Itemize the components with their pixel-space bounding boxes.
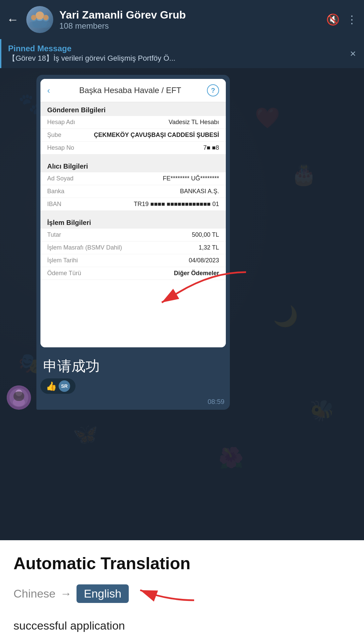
table-row: Tutar 500,00 TL [40,229,226,241]
pinned-label: Pinned Message [8,44,348,53]
translation-result-text: successful application [13,619,351,632]
table-row: Banka BANKASI A.Ş. [40,185,226,198]
hesap-no-label: Hesap No [47,144,74,151]
hesap-adi-label: Hesap Adı [47,119,75,126]
hesap-adi-value: Vadesiz TL Hesabı [169,119,219,126]
table-row: İşlem Masrafı (BSMV Dahil) 1,32 TL [40,241,226,254]
ad-soyad-label: Ad Soyad [47,175,73,182]
odeme-turu-value: Diğer Ödemeler [174,270,219,277]
message-time: 08:59 [36,398,230,410]
svg-point-8 [43,15,49,20]
member-count: 108 members [59,21,320,31]
table-row: İşlem Tarihi 04/08/2023 [40,254,226,267]
banka-label: Banka [47,188,64,195]
receipt-help-icon: ? [207,84,219,96]
section-gap [40,211,226,215]
ad-soyad-value: FE******** UĞ******** [163,175,219,182]
svg-point-7 [31,15,36,20]
svg-point-4 [29,21,38,28]
receipt-card: ‹ Başka Hesaba Havale / EFT ? Gönderen B… [40,79,226,347]
transaction-section-header: İşlem Bilgileri [40,215,226,229]
thumbs-up-emoji: 👍 [46,381,57,392]
header-actions: 🔇 ⋮ [326,13,357,26]
islem-masrafi-label: İşlem Masrafı (BSMV Dahil) [47,244,122,251]
receipt-bottom-space [40,280,226,347]
pinned-content: Pinned Message 【Görev 18】İş verileri gör… [8,44,348,63]
thumbs-up-reaction[interactable]: 👍 SR [40,378,75,394]
islem-tarihi-label: İşlem Tarihi [47,257,78,264]
table-row: Ad Soyad FE******** UĞ******** [40,172,226,185]
sube-value: ÇEKMEKÖY ÇAVUŞBAŞI CADDESİ ŞUBESİ [94,132,219,139]
language-arrow: → [60,587,72,600]
islem-tarihi-value: 04/08/2023 [189,257,219,264]
hesap-no-value: 7■ ■8 [203,144,219,151]
target-language[interactable]: English [77,584,129,603]
pinned-close-button[interactable]: × [348,47,357,61]
reactions-row: 👍 SR [36,378,230,398]
group-info: Yari Zamanli Görev Grub 108 members [59,9,320,31]
islem-masrafi-value: 1,32 TL [199,244,219,251]
mute-icon[interactable]: 🔇 [326,13,340,26]
chat-area: 🐾 ❤️ 🦁 🎂 🎈 🎵 ☁️ 🌙 🎭 🌸 🐝 🦋 🌺 [0,68,364,540]
iban-label: IBAN [47,201,61,208]
table-row: Hesap Adı Vadesiz TL Hesabı [40,116,226,129]
chinese-message-text: 申请成功 [36,351,230,378]
svg-point-5 [41,21,51,28]
more-options-icon[interactable]: ⋮ [346,13,357,26]
translation-arrow-annotation [133,580,201,607]
odeme-turu-label: Ödeme Türü [47,270,81,277]
svg-rect-13 [13,392,24,401]
receiver-section-header: Alıcı Bilgileri [40,158,226,172]
sender-section-header: Gönderen Bilgileri [40,102,226,116]
translation-panel: Automatic Translation Chinese → English … [0,540,364,637]
receipt-title: Başka Hesaba Havale / EFT [54,86,207,95]
back-button[interactable]: ← [7,12,19,27]
message-container: ‹ Başka Hesaba Havale / EFT ? Gönderen B… [7,75,357,410]
message-bubble: ‹ Başka Hesaba Havale / EFT ? Gönderen B… [36,75,230,410]
table-row: Ödeme Türü Diğer Ödemeler [40,267,226,280]
table-row: Şube ÇEKMEKÖY ÇAVUŞBAŞI CADDESİ ŞUBESİ [40,129,226,142]
table-row: Hesap No 7■ ■8 [40,142,226,154]
source-language: Chinese [13,587,56,600]
svg-point-6 [36,11,44,20]
section-gap [40,154,226,158]
receipt-back-icon: ‹ [47,85,50,96]
sender-avatar [7,385,31,410]
translation-title: Automatic Translation [13,554,351,573]
banka-value: BANKASI A.Ş. [180,188,219,195]
pinned-text: 【Görev 18】İş verileri görevi Gelişmiş Po… [8,53,271,63]
translation-languages-row: Chinese → English [13,580,351,607]
table-row: IBAN TR19 ■■■■ ■■■■■■■■■■■■ 01 [40,198,226,211]
sube-label: Şube [47,132,61,139]
pinned-message-bar[interactable]: Pinned Message 【Görev 18】İş verileri gör… [0,39,364,68]
tutar-value: 500,00 TL [192,231,219,238]
group-avatar [26,6,53,33]
reaction-user-avatar: SR [59,380,70,392]
iban-value: TR19 ■■■■ ■■■■■■■■■■■■ 01 [134,201,219,208]
group-name: Yari Zamanli Görev Grub [59,9,320,21]
chat-header: ← Yari Zamanli Görev Grub 108 members 🔇 … [0,0,364,39]
tutar-label: Tutar [47,231,61,238]
receipt-header: ‹ Başka Hesaba Havale / EFT ? [40,79,226,102]
